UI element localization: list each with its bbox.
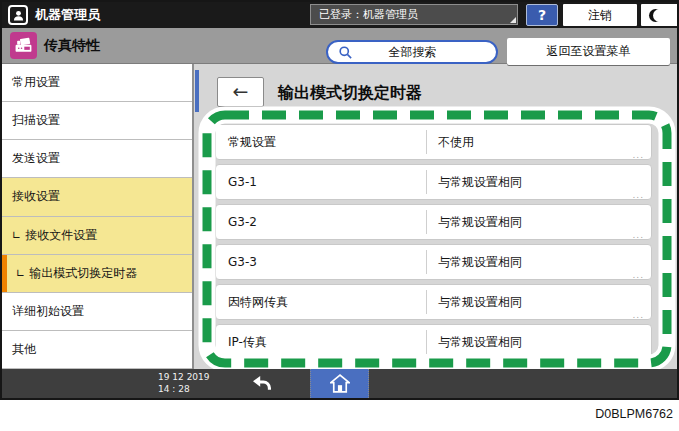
divider	[426, 250, 427, 274]
logged-in-user: 机器管理员	[8, 4, 100, 26]
search-all-button[interactable]: 全部搜索	[326, 40, 498, 64]
more-dots-icon: ...	[632, 310, 644, 320]
user-icon	[8, 5, 28, 25]
sidebar-item-detailed-initial-settings[interactable]: 详细初始设置	[2, 293, 192, 331]
item-label: 因特网传真	[228, 294, 288, 311]
list-item-g3-2[interactable]: G3-2 与常规设置相同 ...	[215, 204, 652, 240]
sidebar-item-label: 发送设置	[12, 150, 60, 167]
list-item-internet-fax[interactable]: 因特网传真 与常规设置相同 ...	[215, 284, 652, 320]
sidebar-item-label: 接收文件设置	[25, 227, 97, 244]
back-nav-button[interactable]	[238, 369, 286, 398]
sub-item-prefix: ∟	[16, 267, 25, 280]
list-item-general-settings[interactable]: 常规设置 不使用 ...	[215, 124, 652, 160]
sidebar-item-others[interactable]: 其他	[2, 331, 192, 369]
search-label: 全部搜索	[353, 44, 486, 61]
sidebar-item-common-settings[interactable]: 常用设置	[2, 64, 192, 102]
sidebar-item-reception-file-settings[interactable]: ∟ 接收文件设置	[2, 217, 192, 255]
figure: 机器管理员 已登录：机器管理员 ? 注销	[0, 0, 679, 431]
user-name: 机器管理员	[35, 6, 100, 24]
list-item-ip-fax[interactable]: IP-传真 与常规设置相同 ...	[215, 324, 652, 360]
sidebar: 常用设置 扫描设置 发送设置 接收设置 ∟ 接收文件设置 ∟ 输出模式切换定时器…	[2, 64, 194, 369]
item-value: 与常规设置相同	[438, 334, 522, 351]
date-time: 19 12 2019 14 : 28	[158, 371, 210, 395]
sub-item-prefix: ∟	[12, 229, 21, 242]
expand-triangle-icon	[510, 17, 516, 23]
sidebar-item-label: 扫描设置	[12, 112, 60, 129]
device-screen: 机器管理员 已登录：机器管理员 ? 注销	[0, 0, 679, 400]
energy-saver-button[interactable]	[641, 4, 678, 26]
login-status-text: 已登录：机器管理员	[319, 8, 418, 21]
search-icon	[338, 45, 353, 60]
item-value: 与常规设置相同	[438, 254, 522, 271]
home-button[interactable]	[310, 369, 369, 398]
item-label: IP-传真	[228, 334, 267, 351]
sidebar-item-scan-settings[interactable]: 扫描设置	[2, 102, 192, 140]
more-dots-icon: ...	[632, 350, 644, 360]
return-to-settings-menu-button[interactable]: 返回至设置菜单	[507, 38, 670, 65]
settings-list: 常规设置 不使用 ... G3-1 与常规设置相同 ... G3-2 与常规设置…	[215, 124, 652, 364]
more-dots-icon: ...	[632, 270, 644, 280]
sidebar-item-label: 常用设置	[12, 74, 60, 91]
item-value: 与常规设置相同	[438, 174, 522, 191]
content-title: 输出模式切换定时器	[278, 83, 422, 104]
top-bar: 机器管理员 已登录：机器管理员 ? 注销	[2, 2, 677, 28]
divider	[426, 170, 427, 194]
time: 14 : 28	[158, 383, 210, 395]
more-dots-icon: ...	[632, 190, 644, 200]
sidebar-item-reception-settings[interactable]: 接收设置	[2, 178, 192, 216]
item-label: G3-1	[228, 175, 257, 189]
scrollbar[interactable]	[195, 70, 199, 112]
sidebar-item-label: 接收设置	[12, 188, 60, 205]
list-item-g3-1[interactable]: G3-1 与常规设置相同 ...	[215, 164, 652, 200]
sidebar-item-label: 其他	[12, 341, 36, 358]
fax-features-icon	[10, 32, 37, 59]
back-button[interactable]: ←	[217, 77, 264, 107]
item-label: G3-2	[228, 215, 257, 229]
home-icon	[330, 374, 350, 393]
sidebar-item-label: 详细初始设置	[12, 303, 84, 320]
back-arrow-icon: ←	[233, 80, 249, 102]
bottom-bar: 19 12 2019 14 : 28	[2, 369, 677, 398]
item-value: 不使用	[438, 134, 474, 151]
figure-caption: D0BLPM6762	[595, 407, 673, 421]
item-label: G3-3	[228, 255, 257, 269]
sidebar-item-output-mode-switch-timer[interactable]: ∟ 输出模式切换定时器	[2, 255, 192, 293]
divider	[426, 210, 427, 234]
divider	[426, 330, 427, 354]
item-value: 与常规设置相同	[438, 294, 522, 311]
return-arrow-icon	[251, 375, 273, 393]
login-status-box[interactable]: 已登录：机器管理员	[310, 4, 518, 25]
divider	[426, 130, 427, 154]
page-title: 传真特性	[44, 37, 100, 55]
logout-button[interactable]: 注销	[563, 4, 637, 26]
more-dots-icon: ...	[632, 150, 644, 160]
app-bar: 传真特性 全部搜索 返回至设置菜单	[2, 28, 677, 64]
moon-icon	[653, 9, 666, 22]
item-label: 常规设置	[228, 134, 276, 151]
item-value: 与常规设置相同	[438, 214, 522, 231]
sidebar-item-send-settings[interactable]: 发送设置	[2, 140, 192, 178]
list-item-g3-3[interactable]: G3-3 与常规设置相同 ...	[215, 244, 652, 280]
sidebar-item-label: 输出模式切换定时器	[29, 265, 137, 282]
date: 19 12 2019	[158, 371, 210, 383]
help-button[interactable]: ?	[526, 4, 558, 26]
divider	[426, 290, 427, 314]
more-dots-icon: ...	[632, 230, 644, 240]
